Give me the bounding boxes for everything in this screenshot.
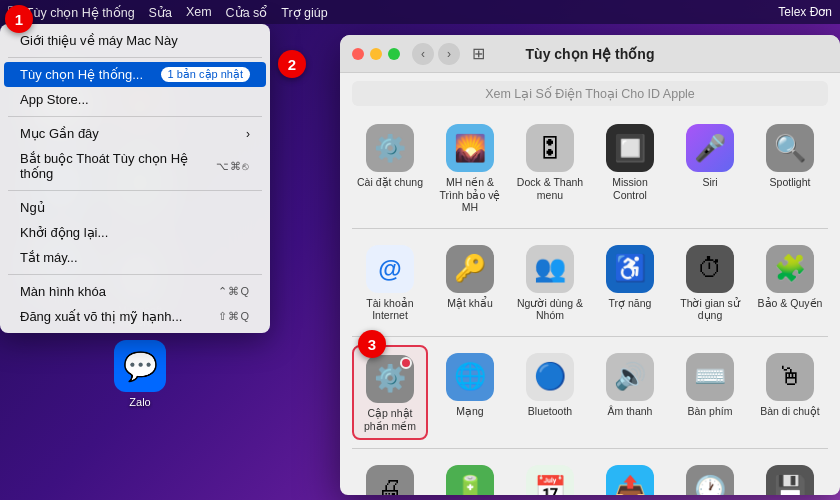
menu-restart[interactable]: Khởi động lại... xyxy=(4,220,266,245)
bluetooth-label: Bluetooth xyxy=(528,405,572,418)
bluetooth-icon: 🔵 xyxy=(526,353,574,401)
dock-icon: 🎛 xyxy=(526,124,574,172)
menu-tuy-chon[interactable]: Tùy chọn Hệ thống xyxy=(26,5,135,20)
pref-ngay-gio[interactable]: 📅 Ngày & Giờ xyxy=(512,457,588,495)
step-3-badge: 3 xyxy=(358,330,386,358)
window-nav: ‹ › xyxy=(412,43,460,65)
mat-khau-icon: 🔑 xyxy=(446,245,494,293)
menu-tro-giup[interactable]: Trợ giúp xyxy=(281,5,327,20)
menu-bar-items: Tùy chọn Hệ thống Sửa Xem Cửa sổ Trợ giú… xyxy=(26,5,328,20)
menu-recent[interactable]: Mục Gần đây › xyxy=(4,121,266,146)
menu-cua-so[interactable]: Cửa sổ xyxy=(226,5,268,20)
thoi-gian-icon: ⏱ xyxy=(686,245,734,293)
man-hinh-nen-icon: 🌄 xyxy=(446,124,494,172)
nguoi-dung-icon: 👥 xyxy=(526,245,574,293)
menu-shutdown[interactable]: Tắt máy... xyxy=(4,245,266,270)
ban-phim-label: Bàn phím xyxy=(688,405,733,418)
menu-about-mac[interactable]: Giới thiệu về máy Mac Này xyxy=(4,28,266,53)
pref-cai-dat-chung[interactable]: ⚙️ Cài đặt chung xyxy=(352,116,428,220)
tro-nang-label: Trợ năng xyxy=(609,297,652,310)
pref-time-machine[interactable]: 🕐 Time Machine xyxy=(672,457,748,495)
ban-phim-icon: ⌨️ xyxy=(686,353,734,401)
pref-o-dia[interactable]: 💾 Ổ đĩa Khởi động xyxy=(752,457,828,495)
desktop-icon-zalo[interactable]: 💬 Zalo xyxy=(100,334,180,414)
spotlight-icon: 🔍 xyxy=(766,124,814,172)
pref-cap-nhat[interactable]: ⚙️ Cập nhật phần mềm xyxy=(352,345,428,440)
pref-mang[interactable]: 🌐 Mạng xyxy=(432,345,508,440)
siri-label: Siri xyxy=(702,176,717,189)
tro-nang-icon: ♿ xyxy=(606,245,654,293)
mang-label: Mạng xyxy=(456,405,483,418)
pref-tro-nang[interactable]: ♿ Trợ năng xyxy=(592,237,668,328)
pref-mat-khau[interactable]: 🔑 Mật khẩu xyxy=(432,237,508,328)
traffic-lights xyxy=(352,48,400,60)
cap-nhat-icon: ⚙️ xyxy=(366,355,414,403)
divider-2 xyxy=(352,336,828,337)
pref-phan-mo-rong[interactable]: 🧩 Bảo & Quyền xyxy=(752,237,828,328)
ban-di-chuot-label: Bàn di chuột xyxy=(760,405,820,418)
zalo-label: Zalo xyxy=(129,396,150,408)
menu-lock-screen[interactable]: Màn hình khóa ⌃⌘Q xyxy=(4,279,266,304)
menu-bar:  Tùy chọn Hệ thống Sửa Xem Cửa sổ Trợ g… xyxy=(0,0,840,24)
divider-1 xyxy=(352,228,828,229)
pref-ban-phim[interactable]: ⌨️ Bàn phím xyxy=(672,345,748,440)
am-thanh-icon: 🔊 xyxy=(606,353,654,401)
menu-separator-3 xyxy=(8,190,262,191)
window-body: Xem Lại Số Điện Thoại Cho ID Apple ⚙️ Cà… xyxy=(340,73,840,495)
pin-icon: 🔋 xyxy=(446,465,494,495)
menu-sleep[interactable]: Ngủ xyxy=(4,195,266,220)
pref-pin[interactable]: 🔋 Pin xyxy=(432,457,508,495)
pref-siri[interactable]: 🎤 Siri xyxy=(672,116,748,220)
pref-chia-se[interactable]: 📤 Chia sẻ xyxy=(592,457,668,495)
pref-bluetooth[interactable]: 🔵 Bluetooth xyxy=(512,345,588,440)
pref-am-thanh[interactable]: 🔊 Âm thanh xyxy=(592,345,668,440)
pref-nguoi-dung[interactable]: 👥 Người dùng & Nhóm xyxy=(512,237,588,328)
window-titlebar: ‹ › ⊞ Tùy chọn Hệ thống xyxy=(340,35,840,73)
forward-button[interactable]: › xyxy=(438,43,460,65)
pref-ban-di-chuot[interactable]: 🖱 Bàn di chuột xyxy=(752,345,828,440)
apple-menu-dropdown: Giới thiệu về máy Mac Này Tùy chọn Hệ th… xyxy=(0,24,270,333)
search-bar[interactable]: Xem Lại Số Điện Thoại Cho ID Apple xyxy=(352,81,828,106)
maximize-button[interactable] xyxy=(388,48,400,60)
menu-app-store[interactable]: App Store... xyxy=(4,87,266,112)
menu-separator-4 xyxy=(8,274,262,275)
menu-bar-right: Telex Đơn xyxy=(778,5,832,19)
mang-icon: 🌐 xyxy=(446,353,494,401)
pref-mission-control[interactable]: 🔲 Mission Control xyxy=(592,116,668,220)
menu-sua[interactable]: Sửa xyxy=(149,5,172,20)
menu-logout[interactable]: Đăng xuất võ thị mỹ hạnh... ⇧⌘Q xyxy=(4,304,266,329)
menu-separator-2 xyxy=(8,116,262,117)
pref-grid-row4: 🖨 Máy in & Máy quét 🔋 Pin 📅 Ngày & Giờ 📤… xyxy=(352,457,828,495)
pref-tai-khoan[interactable]: @ Tài khoản Internet xyxy=(352,237,428,328)
pref-grid-row1: ⚙️ Cài đặt chung 🌄 MH nền & Trình bảo vệ… xyxy=(352,116,828,220)
pref-may-in[interactable]: 🖨 Máy in & Máy quét xyxy=(352,457,428,495)
may-in-icon: 🖨 xyxy=(366,465,414,495)
ngay-gio-icon: 📅 xyxy=(526,465,574,495)
pref-spotlight[interactable]: 🔍 Spotlight xyxy=(752,116,828,220)
spotlight-label: Spotlight xyxy=(770,176,811,189)
grid-view-button[interactable]: ⊞ xyxy=(472,44,485,63)
update-badge: 1 bản cập nhật xyxy=(161,67,250,82)
time-machine-icon: 🕐 xyxy=(686,465,734,495)
ban-di-chuot-icon: 🖱 xyxy=(766,353,814,401)
menu-system-prefs[interactable]: Tùy chọn Hệ thống... 1 bản cập nhật xyxy=(4,62,266,87)
zalo-icon: 💬 xyxy=(114,340,166,392)
cap-nhat-label: Cập nhật phần mềm xyxy=(358,407,422,432)
menu-xem[interactable]: Xem xyxy=(186,5,212,19)
menu-force-quit[interactable]: Bắt buộc Thoát Tùy chọn Hệ thống ⌥⌘⎋ xyxy=(4,146,266,186)
pref-dock[interactable]: 🎛 Dock & Thanh menu xyxy=(512,116,588,220)
phan-mo-rong-label: Bảo & Quyền xyxy=(758,297,823,310)
pref-thoi-gian[interactable]: ⏱ Thời gian sử dụng xyxy=(672,237,748,328)
man-hinh-nen-label: MH nền & Trình bảo vệ MH xyxy=(436,176,504,214)
close-button[interactable] xyxy=(352,48,364,60)
desktop:  Tùy chọn Hệ thống Sửa Xem Cửa sổ Trợ g… xyxy=(0,0,840,500)
pref-man-hinh-nen[interactable]: 🌄 MH nền & Trình bảo vệ MH xyxy=(432,116,508,220)
divider-3 xyxy=(352,448,828,449)
siri-icon: 🎤 xyxy=(686,124,734,172)
minimize-button[interactable] xyxy=(370,48,382,60)
input-method-indicator: Telex Đơn xyxy=(778,5,832,19)
chia-se-icon: 📤 xyxy=(606,465,654,495)
tai-khoan-icon: @ xyxy=(366,245,414,293)
back-button[interactable]: ‹ xyxy=(412,43,434,65)
cai-dat-chung-label: Cài đặt chung xyxy=(357,176,423,189)
